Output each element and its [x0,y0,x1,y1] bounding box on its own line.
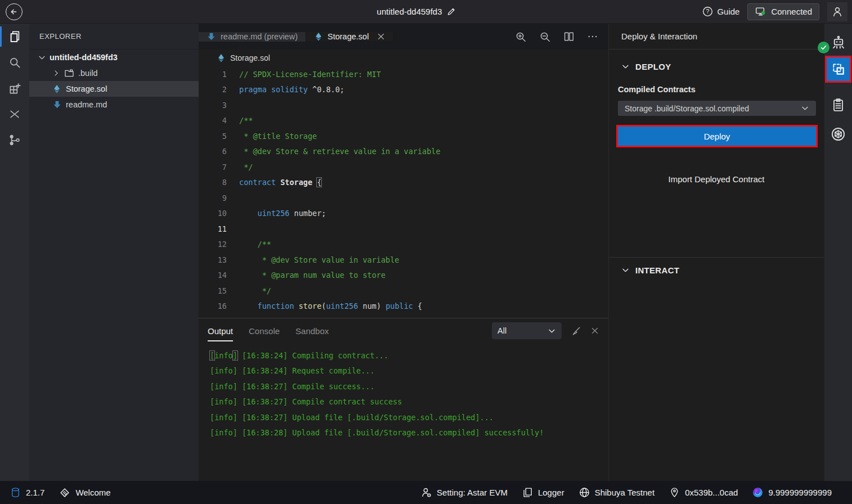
handshake-icon [59,487,70,498]
status-item-network[interactable]: Shibuya Testnet [579,487,654,498]
line-number[interactable]: 4 [199,116,239,125]
ai-assistant-button[interactable] [824,28,852,57]
activity-item-search[interactable] [0,50,29,75]
markdown-icon [52,100,62,110]
code-line[interactable]: 16 function store(uint256 num) public { [199,299,608,314]
status-item-balance[interactable]: 9.999999999999 [752,487,832,498]
line-number[interactable]: 6 [199,147,239,156]
code-line[interactable]: 15 */ [199,283,608,299]
close-panel-button[interactable] [590,326,599,335]
clear-output-button[interactable] [571,326,581,336]
line-number[interactable]: 9 [199,194,239,202]
code-line[interactable]: 10 uint256 number; [199,206,608,222]
deploy-panel-tab[interactable] [827,57,850,81]
collapse-icon [8,108,21,120]
line-number[interactable]: 12 [199,240,239,249]
code-text: function store(uint256 num) public { [239,302,422,310]
chevron-down-icon [621,62,630,71]
line-number[interactable]: 11 [199,224,239,233]
status-item-wallet-address[interactable]: 0x539b...0cad [669,487,738,498]
zoom-out-button[interactable] [539,31,551,43]
activity-item-source-control[interactable] [0,127,29,153]
tab-storage-sol[interactable]: Storage.sol [306,32,394,41]
line-number[interactable]: 7 [199,163,239,172]
zoom-in-button[interactable] [515,31,527,43]
code-line[interactable]: 6 * @dev Store & retrieve value in a var… [199,144,608,160]
panel-tab-console[interactable]: Console [249,321,280,341]
code-line[interactable]: 2pragma solidity ^0.8.0; [199,82,608,98]
status-item-chain-setting[interactable]: Setting: Astar EVM [421,487,508,498]
pin-icon [669,487,680,498]
breadcrumb[interactable]: Storage.sol [199,50,608,66]
question-icon: ? [702,6,713,17]
status-label: 2.1.7 [26,488,44,497]
code-line[interactable]: 1// SPDX-License-Identifier: MIT [199,66,608,82]
status-label: Setting: Astar EVM [437,488,508,497]
line-number[interactable]: 2 [199,85,239,94]
line-number[interactable]: 5 [199,132,239,141]
line-number[interactable]: 10 [199,209,239,218]
line-number[interactable]: 14 [199,271,239,280]
status-label: Logger [538,488,564,497]
status-item-version[interactable]: 2.1.7 [10,487,44,498]
more-actions-button[interactable] [587,31,598,42]
code-line[interactable]: 11 [199,221,608,237]
statusbar-left: 2.1.7Welcome [10,487,111,498]
activity-item-extensions[interactable] [0,75,29,101]
chevron-down-icon [38,53,46,62]
markdown-icon [207,32,216,42]
code-line[interactable]: 13 * @dev Store value in variable [199,252,608,268]
panel-tab-sandbox[interactable]: Sandbox [295,321,329,341]
code-line[interactable]: 14 * @param num value to store [199,268,608,284]
ethereum-icon [52,84,62,93]
line-number[interactable]: 3 [199,101,239,110]
log-filter-select[interactable]: All [492,322,562,339]
guide-button[interactable]: ? Guide [702,6,739,17]
tree-root[interactable]: untitled-dd459fd3 [29,50,199,65]
user-avatar-button[interactable] [827,2,847,21]
import-deployed-contract-link[interactable]: Import Deployed Contract [609,174,824,184]
editor-area: readme.md (preview)Storage.sol Storage.s… [199,24,608,481]
line-number[interactable]: 8 [199,178,239,187]
guide-label: Guide [717,7,739,16]
rename-workspace-icon[interactable] [447,7,456,16]
workspace-title: untitled-dd459fd3 [377,7,442,16]
status-item-welcome[interactable]: Welcome [59,487,110,498]
activity-item-explorer[interactable] [0,24,29,50]
tree-item-readme-md[interactable]: readme.md [29,97,199,112]
code-line[interactable]: 9 [199,190,608,206]
status-item-logger[interactable]: Logger [522,487,564,498]
code-line[interactable]: 8contract Storage { [199,175,608,191]
line-number[interactable]: 15 [199,286,239,295]
activity-item-plugins[interactable] [0,101,29,127]
tree-item-storage-sol[interactable]: Storage.sol [29,81,199,97]
back-button[interactable] [6,3,23,20]
deploy-button[interactable]: Deploy [618,127,816,146]
code-text: * @title Storage [239,132,317,141]
code-text: uint256 number; [239,209,326,218]
panel-tab-output[interactable]: Output [208,321,233,341]
interact-section-label: INTERACT [635,266,679,275]
code-line[interactable]: 7 */ [199,159,608,175]
interact-section-header[interactable]: INTERACT [609,266,824,275]
connected-button[interactable]: Connected [747,3,819,20]
tree-item-build[interactable]: .build [29,65,199,81]
task-list-button[interactable] [824,90,852,119]
compiled-contract-select[interactable]: Storage .build/Storage.sol.compiled [618,101,816,116]
code-line[interactable]: 5 * @title Storage [199,128,608,144]
panel-actions: All [492,322,599,339]
tab-readme-md-preview[interactable]: readme.md (preview) [199,32,306,42]
line-number[interactable]: 1 [199,70,239,79]
files-icon [8,30,21,43]
clipboard-icon [831,98,845,112]
topbar: untitled-dd459fd3 ? Guide Connected [0,0,852,24]
code-line[interactable]: 4/** [199,113,608,129]
deploy-section-header[interactable]: DEPLOY [609,62,824,71]
line-number[interactable]: 16 [199,302,239,310]
line-number[interactable]: 13 [199,255,239,264]
code-line[interactable]: 3 [199,97,608,113]
split-editor-button[interactable] [563,31,575,42]
chatgpt-button[interactable] [824,119,852,148]
code-line[interactable]: 12 /** [199,237,608,253]
close-tab-button[interactable] [376,32,385,41]
